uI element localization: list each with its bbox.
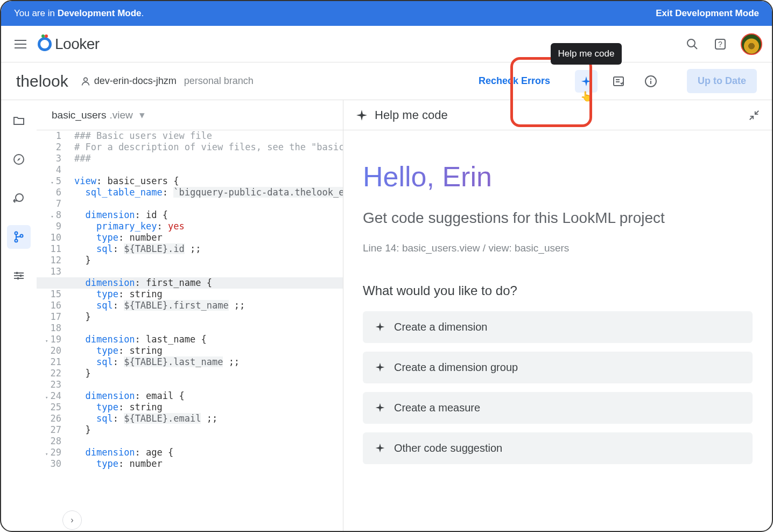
compass-icon bbox=[12, 153, 25, 166]
line-number: 29 bbox=[37, 447, 64, 458]
line-number: 3 bbox=[37, 153, 64, 164]
sparkle-icon bbox=[375, 321, 385, 332]
line-number: 11 bbox=[37, 243, 64, 255]
code-line[interactable] bbox=[74, 436, 343, 447]
app-header: Looker bbox=[1, 26, 772, 62]
cursor-icon: 👆 bbox=[580, 90, 592, 102]
help-me-code-panel: Help me code Hello, Erin Get code sugges… bbox=[343, 100, 772, 532]
suggestion-item[interactable]: Other code suggestion bbox=[363, 432, 753, 464]
line-number: 16 bbox=[37, 300, 64, 311]
rail-item-search[interactable] bbox=[7, 186, 31, 210]
search-icon bbox=[686, 38, 699, 51]
code-line[interactable] bbox=[74, 266, 343, 277]
line-number: 24 bbox=[37, 390, 64, 402]
code-editor[interactable]: 1234567891011121314151617181920212223242… bbox=[37, 130, 343, 532]
code-line[interactable]: dimension: last_name { bbox=[74, 334, 343, 345]
file-name: basic_users bbox=[52, 109, 106, 121]
code-line[interactable] bbox=[74, 198, 343, 209]
git-icon bbox=[12, 230, 25, 243]
code-line[interactable]: dimension: age { bbox=[74, 447, 343, 458]
line-number: 17 bbox=[37, 311, 64, 323]
hamburger-icon bbox=[15, 40, 26, 48]
rail-item-settings[interactable] bbox=[7, 264, 31, 288]
sparkle-icon bbox=[580, 75, 592, 87]
code-line[interactable]: sql: ${TABLE}.last_name ;; bbox=[74, 356, 343, 368]
file-tab[interactable]: basic_users.view ▾ bbox=[37, 100, 343, 130]
code-line[interactable]: # For a description of view files, see t… bbox=[74, 142, 343, 153]
logo[interactable]: Looker bbox=[38, 36, 100, 53]
help-subtitle: Get code suggestions for this LookML pro… bbox=[363, 208, 753, 228]
chevron-down-icon: ▾ bbox=[139, 109, 145, 121]
line-number: 25 bbox=[37, 402, 64, 413]
code-line[interactable]: sql_table_name: `bigquery-public-data.th… bbox=[74, 187, 343, 198]
code-line[interactable]: ### Basic users view file bbox=[74, 130, 343, 142]
rail-item-explore[interactable] bbox=[7, 148, 31, 171]
folder-icon bbox=[12, 114, 25, 127]
rail-item-git[interactable] bbox=[7, 225, 31, 249]
exit-dev-mode-link[interactable]: Exit Development Mode bbox=[656, 8, 759, 19]
branch-type-label: personal branch bbox=[184, 75, 254, 87]
code-line[interactable]: sql: ${TABLE}.email ;; bbox=[74, 413, 343, 424]
code-line[interactable]: ### bbox=[74, 153, 343, 164]
left-nav-rail bbox=[1, 100, 37, 532]
suggestion-item[interactable]: Create a measure bbox=[363, 392, 753, 424]
help-button[interactable] bbox=[708, 32, 732, 56]
suggestion-item[interactable]: Create a dimension group bbox=[363, 352, 753, 383]
code-line[interactable]: } bbox=[74, 255, 343, 266]
code-line[interactable]: type: number bbox=[74, 458, 343, 470]
help-context: Line 14: basic_users.view / view: basic_… bbox=[363, 242, 753, 254]
code-line[interactable]: } bbox=[74, 424, 343, 436]
hamburger-menu-button[interactable] bbox=[10, 33, 31, 55]
help-question: What would you like to do? bbox=[363, 283, 753, 298]
help-me-code-tooltip: Help me code bbox=[551, 43, 622, 65]
line-number: 5 bbox=[37, 176, 64, 187]
help-me-code-button[interactable]: Help me code 👆 bbox=[575, 70, 598, 93]
info-button[interactable] bbox=[640, 70, 662, 93]
line-number: 21 bbox=[37, 356, 64, 368]
code-line[interactable] bbox=[74, 379, 343, 390]
line-number: 20 bbox=[37, 345, 64, 356]
help-icon bbox=[714, 38, 727, 51]
code-line[interactable]: } bbox=[74, 311, 343, 323]
expand-panel-button[interactable]: › bbox=[62, 510, 82, 530]
looker-logo-icon bbox=[38, 37, 52, 51]
line-number: 10 bbox=[37, 232, 64, 243]
suggestion-label: Other code suggestion bbox=[394, 442, 502, 454]
line-number: 15 bbox=[37, 289, 64, 300]
chevron-right-icon: › bbox=[71, 515, 73, 525]
code-line[interactable]: sql: ${TABLE}.first_name ;; bbox=[74, 300, 343, 311]
line-number: 6 bbox=[37, 187, 64, 198]
rail-item-files[interactable] bbox=[7, 109, 31, 132]
dev-mode-banner: You are in Development Mode. Exit Develo… bbox=[1, 1, 772, 26]
validate-button[interactable] bbox=[607, 70, 630, 93]
code-line[interactable] bbox=[74, 164, 343, 176]
hello-greeting: Hello, Erin bbox=[363, 160, 753, 193]
sparkle-icon bbox=[375, 443, 385, 453]
code-line[interactable]: dimension: first_name { bbox=[37, 277, 343, 289]
dev-mode-suffix: . bbox=[142, 8, 144, 18]
recheck-errors-link[interactable]: Recheck Errors bbox=[479, 75, 550, 87]
code-line[interactable]: sql: ${TABLE}.id ;; bbox=[74, 243, 343, 255]
code-line[interactable]: view: basic_users { bbox=[74, 176, 343, 187]
line-number: 4 bbox=[37, 164, 64, 176]
code-line[interactable]: type: string bbox=[74, 402, 343, 413]
code-line[interactable] bbox=[74, 323, 343, 334]
code-line[interactable]: type: string bbox=[74, 345, 343, 356]
code-line[interactable]: } bbox=[74, 368, 343, 379]
search-button[interactable] bbox=[680, 32, 704, 56]
suggestion-label: Create a measure bbox=[394, 402, 480, 414]
code-line[interactable]: type: string bbox=[74, 289, 343, 300]
line-number: 7 bbox=[37, 198, 64, 209]
sparkle-icon bbox=[355, 109, 368, 122]
collapse-panel-button[interactable] bbox=[748, 109, 760, 121]
user-avatar[interactable] bbox=[741, 33, 762, 55]
sparkle-icon bbox=[375, 402, 385, 413]
collapse-icon bbox=[748, 109, 760, 121]
code-line[interactable]: primary_key: yes bbox=[74, 221, 343, 232]
code-line[interactable]: type: number bbox=[74, 232, 343, 243]
branch-selector[interactable]: dev-erin-docs-jhzm personal branch bbox=[80, 75, 254, 87]
suggestion-item[interactable]: Create a dimension bbox=[363, 311, 753, 343]
code-line[interactable]: dimension: email { bbox=[74, 390, 343, 402]
dev-mode-prefix: You are in bbox=[14, 8, 58, 18]
code-line[interactable]: dimension: id { bbox=[74, 209, 343, 221]
